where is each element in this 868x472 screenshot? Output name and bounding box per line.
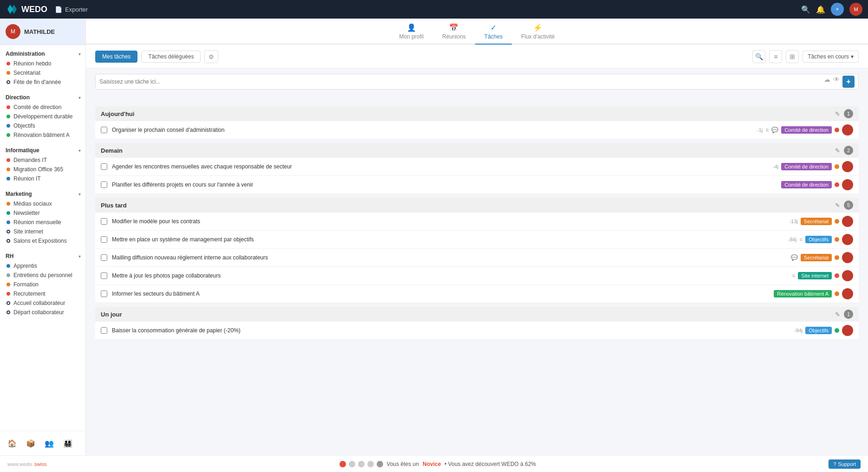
sidebar-item-objectifs[interactable]: Objectifs	[0, 121, 85, 130]
task-row[interactable]: Mettre à jour les photos page collaborat…	[95, 267, 859, 285]
task-checkbox[interactable]	[101, 181, 107, 188]
progress-circle-2	[349, 461, 355, 467]
sidebar-item-fête-de-fin-d'année[interactable]: Fête de fin d'année	[0, 78, 85, 87]
task-checkbox[interactable]	[101, 163, 107, 170]
task-checkbox[interactable]	[101, 218, 107, 225]
task-checkbox[interactable]	[101, 272, 107, 279]
dot-icon	[7, 168, 10, 171]
sidebar-icon-group[interactable]: 👨‍👩‍👧‍👦	[60, 436, 75, 451]
eye-icon[interactable]: 👁	[833, 76, 840, 88]
tab-reunions[interactable]: 📅 Réunions	[433, 19, 475, 45]
sidebar-section-header[interactable]: Administration▾	[0, 49, 85, 59]
sidebar-item-label: Fête de fin d'année	[13, 79, 61, 85]
task-row[interactable]: Mailling diffusion nouveau règlement int…	[95, 249, 859, 267]
sidebar-item-label: Réunion hebdo	[13, 60, 51, 67]
topbar: WEDO 📄 Exporter 🔍 🔔 + M	[0, 0, 868, 19]
edit-icon[interactable]: ✎	[835, 311, 840, 318]
chevron-down-icon: ▾	[78, 192, 81, 197]
task-avatar	[842, 270, 853, 281]
status-center: Vous êtes un Novice • Vous avez découver…	[339, 461, 536, 467]
export-button[interactable]: 📄 Exporter	[55, 6, 88, 13]
sidebar-icon-archive[interactable]: 📦	[23, 436, 38, 451]
filter-button[interactable]: ⚙	[204, 50, 218, 63]
edit-icon[interactable]: ✎	[835, 147, 840, 154]
edit-icon[interactable]: ✎	[835, 110, 840, 117]
task-checkbox[interactable]	[101, 327, 107, 334]
sidebar-item-site-internet[interactable]: Site internet	[0, 227, 85, 236]
flux-icon: ⚡	[533, 23, 542, 32]
sidebar-item-comité-de-direction[interactable]: Comité de direction	[0, 103, 85, 112]
taches-deleguees-button[interactable]: Tâches déléguées	[141, 51, 201, 63]
task-checkbox[interactable]	[101, 236, 107, 243]
task-meta: -84j≡ Objectifs	[788, 234, 853, 245]
grid-button[interactable]: ⊞	[786, 50, 799, 63]
task-days: -94j	[794, 328, 803, 333]
sidebar-item-formation[interactable]: Formation	[0, 280, 85, 289]
status-dropdown[interactable]: Tâches en cours ▾	[803, 51, 859, 63]
edit-icon[interactable]: ✎	[835, 202, 840, 209]
sidebar-section-title: Direction	[6, 94, 30, 101]
sidebar-section-title: Informatique	[6, 147, 39, 154]
nav-tabs: 👤 Mon profil 📅 Réunions ✓ Tâches ⚡ Flux …	[86, 19, 868, 45]
sidebar-item-apprentis[interactable]: Apprentis	[0, 261, 85, 271]
task-row[interactable]: Modifier le modèle pour les contrats -13…	[95, 213, 859, 231]
tasks-toolbar: Mes tâches Tâches déléguées ⚙ 🔍 ≡ ⊞ Tâch…	[86, 45, 868, 68]
task-checkbox[interactable]	[101, 291, 107, 297]
dot-icon	[7, 264, 10, 268]
dot-icon	[7, 211, 10, 215]
dot-icon	[7, 292, 10, 296]
task-row[interactable]: Informer les secteurs du bâtiment A Réno…	[95, 285, 859, 303]
add-button[interactable]: +	[831, 3, 844, 16]
dot-icon	[7, 301, 10, 305]
task-checkbox[interactable]	[101, 254, 107, 261]
sidebar-item-départ-collaborateur[interactable]: Départ collaborateur	[0, 308, 85, 317]
sidebar-item-newsletter[interactable]: Newsletter	[0, 208, 85, 218]
sidebar-item-médias-sociaux[interactable]: Médias sociaux	[0, 199, 85, 208]
task-row[interactable]: Planifier les différents projets en cour…	[95, 176, 859, 194]
sort-button[interactable]: ≡	[769, 50, 782, 63]
sidebar-item-secrétariat[interactable]: Secrétariat	[0, 68, 85, 78]
bell-icon[interactable]: 🔔	[816, 5, 825, 14]
task-row[interactable]: Baisser la consommation générale de papi…	[95, 322, 859, 340]
status-bar: www.wedo.swiss Vous êtes un Novice • Vou…	[0, 455, 868, 472]
user-avatar-topbar[interactable]: M	[849, 3, 862, 16]
sidebar-icon-home[interactable]: 🏠	[5, 436, 20, 451]
sidebar-item-entretiens-du-personnel[interactable]: Entretiens du personnel	[0, 271, 85, 280]
sidebar-section-header[interactable]: Direction▾	[0, 92, 85, 103]
cloud-icon[interactable]: ☁	[824, 76, 830, 88]
task-row[interactable]: Organiser le prochain conseil d'administ…	[95, 121, 859, 139]
sidebar-item-recrutement[interactable]: Recrutement	[0, 289, 85, 298]
task-color-dot	[835, 128, 839, 132]
sidebar-item-rénovation-bâtiment-a[interactable]: Rénovation bâtiment A	[0, 130, 85, 140]
sidebar-section-direction: Direction▾Comité de directionDéveloppeme…	[0, 89, 85, 142]
sidebar-item-label: Départ collaborateur	[13, 309, 64, 316]
tab-reunions-label: Réunions	[442, 33, 466, 40]
sidebar-section-header[interactable]: Marketing▾	[0, 189, 85, 199]
sidebar-item-accueil-collaborateur[interactable]: Accueil collaborateur	[0, 298, 85, 308]
task-meta: -1j≡💬 Comité de direction	[757, 124, 853, 136]
sidebar-item-demandes-it[interactable]: Demandes IT	[0, 155, 85, 165]
task-checkbox[interactable]	[101, 127, 107, 133]
sidebar-item-réunion-mensuelle[interactable]: Réunion mensuelle	[0, 218, 85, 227]
sidebar-icon-users[interactable]: 👥	[42, 436, 57, 451]
dot-icon	[7, 220, 10, 224]
sidebar-item-réunion-hebdo[interactable]: Réunion hebdo	[0, 59, 85, 68]
tab-profil[interactable]: 👤 Mon profil	[390, 19, 433, 45]
tab-taches[interactable]: ✓ Tâches	[475, 19, 512, 45]
sidebar-item-réunion-it[interactable]: Réunion IT	[0, 174, 85, 183]
search-input[interactable]	[99, 78, 824, 85]
sidebar-item-migration-office-365[interactable]: Migration Office 365	[0, 165, 85, 174]
dot-icon	[7, 273, 10, 277]
sidebar-section-header[interactable]: Informatique▾	[0, 145, 85, 155]
search-icon[interactable]: 🔍	[801, 5, 810, 14]
add-task-button[interactable]: +	[842, 76, 855, 88]
support-button[interactable]: ? Support	[829, 459, 861, 469]
mes-taches-button[interactable]: Mes tâches	[95, 51, 137, 63]
tab-flux[interactable]: ⚡ Flux d'activité	[512, 19, 564, 45]
task-row[interactable]: Agender les rencontres mensuelles avec c…	[95, 158, 859, 176]
sidebar-section-header[interactable]: RH▾	[0, 251, 85, 261]
task-row[interactable]: Mettre en place un système de management…	[95, 231, 859, 249]
search-toggle-button[interactable]: 🔍	[752, 50, 765, 63]
sidebar-item-développement-durable[interactable]: Développement durable	[0, 112, 85, 121]
sidebar-item-salons-et-expositions[interactable]: Salons et Expositions	[0, 236, 85, 246]
